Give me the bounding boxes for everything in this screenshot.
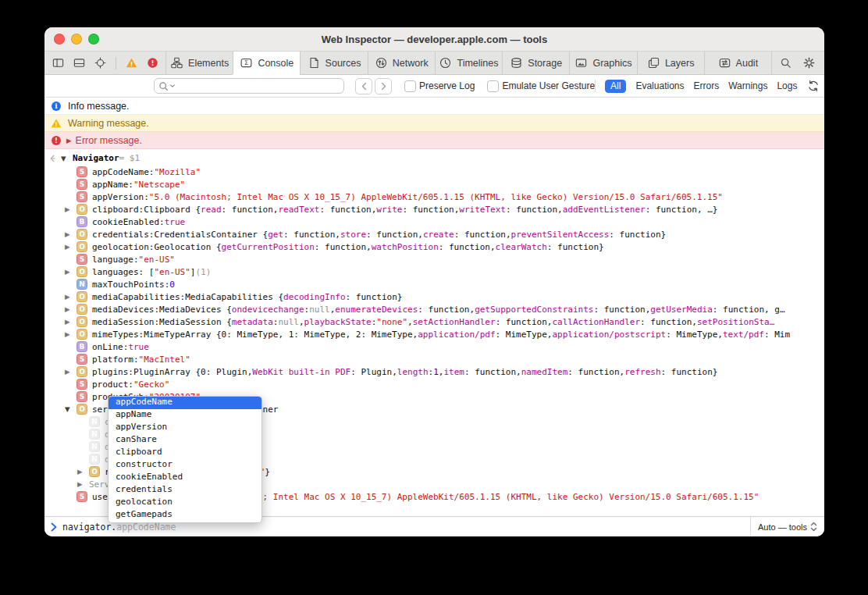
prompt-typed-text[interactable]: navigator. [62,522,116,533]
scope-logs[interactable]: Logs [777,80,797,91]
svg-text:!: ! [130,61,133,68]
autocomplete-item-credentials[interactable]: credentials [108,484,261,497]
warnings-activity-icon[interactable]: ! [125,56,138,69]
tab-timelines[interactable]: Timelines [435,52,502,74]
disclosure-triangle-icon[interactable]: ▶ [65,268,76,276]
token-st: "Netscape" [133,180,185,190]
tree-row-clipboard[interactable]: ▶Oclipboard: Clipboard {read: function, … [44,203,824,216]
tab-storage[interactable]: Storage [502,52,569,74]
execution-context-picker[interactable]: Auto — tools [750,517,824,536]
autocomplete-item-clipboard[interactable]: clipboard [108,447,261,459]
tab-console[interactable]: ΣConsole [233,52,300,74]
tree-row-appversion[interactable]: SappVersion: "5.0 (Macintosh; Intel Mac … [44,191,824,203]
tree-row-maxtouchpoints[interactable]: NmaxTouchPoints: 0 [44,278,824,290]
tree-row-mimetypes[interactable]: ▶OmimeTypes: MimeTypeArray {0: MimeType,… [44,328,824,340]
search-options-chevron-icon[interactable] [169,83,176,89]
checkbox-box[interactable] [487,80,499,92]
token-st: "Gecko" [133,379,169,390]
tab-graphics[interactable]: Graphics [569,52,636,74]
console-message-warning[interactable]: !Warning message. [44,115,824,132]
tree-row-credentials[interactable]: ▶Ocredentials: CredentialsContainer {get… [44,228,824,240]
autocomplete-item-appname[interactable]: appName [108,409,261,422]
search-icon[interactable] [779,56,792,69]
token-pl: MediaCapabilities { [185,292,283,302]
token-pl: MimeTypeArray {0: MimeType, 1: MimeType,… [144,330,418,340]
log-search-input[interactable] [154,78,344,94]
token-gr: (1) [195,267,211,277]
settings-gear-icon[interactable] [802,56,816,69]
token-pl: ] [190,267,196,277]
tree-row-language[interactable]: Slanguage: "en-US" [44,253,824,265]
console-message-info[interactable]: iInfo message. [44,98,824,115]
console-message-error[interactable]: !▶Error message. [44,132,824,149]
tab-audit[interactable]: Audit [704,52,772,74]
tree-row-product[interactable]: Sproduct: "Gecko" [44,378,824,390]
emulate-user-gesture-checkbox[interactable]: Emulate User Gesture [487,80,595,92]
autocomplete-item-canshare[interactable]: canShare [108,434,261,447]
tree-row-mediasession[interactable]: ▶OmediaSession: MediaSession {metadata: … [44,315,824,328]
autocomplete-item-appcodename[interactable]: appCodeName [108,397,261,409]
tree-row-geolocation[interactable]: ▶Ogeolocation: Geolocation {getCurrentPo… [44,240,824,253]
scope-all[interactable]: All [605,80,626,93]
token-pl: : function, [402,205,459,215]
type-badge-s: S [76,191,87,202]
disclosure-triangle-icon[interactable]: ▶ [77,480,89,488]
tree-row-languages[interactable]: ▶Olanguages: ["en-US"] (1) [44,265,824,278]
disclosure-triangle-icon[interactable]: ▶ [65,305,76,313]
titlebar[interactable]: Web Inspector — developer.apple.com — to… [44,27,824,52]
next-result-button[interactable] [375,78,392,94]
disclosure-triangle-icon[interactable]: ▶ [65,230,76,238]
disclosure-triangle-icon[interactable]: ▶ [66,137,72,144]
dock-to-side-icon[interactable] [52,56,65,69]
emulate-user-gesture-label: Emulate User Gesture [502,80,595,91]
minimize-window-button[interactable] [71,34,82,45]
disclosure-triangle-icon[interactable]: ▶ [65,318,76,326]
tree-row-appcodename[interactable]: SappCodeName: "Mozilla" [44,166,824,178]
autocomplete-item-constructor[interactable]: constructor [108,459,261,472]
token-pl: } [265,467,270,477]
autocomplete-item-getgamepads[interactable]: getGamepads [108,509,261,522]
disclosure-triangle-icon[interactable]: ▶ [65,205,76,213]
dock-to-bottom-icon[interactable] [73,56,86,69]
disclosure-triangle-icon[interactable]: ▶ [65,243,76,251]
scope-warnings[interactable]: Warnings [728,80,767,91]
tree-row-mediadevices[interactable]: ▶OmediaDevices: MediaDevices {ondevicech… [44,303,824,315]
token-ky: watchPosition [372,242,439,252]
previous-result-button[interactable] [355,78,372,94]
close-window-button[interactable] [54,34,65,45]
token-pl: : [154,305,159,315]
tree-row-appname[interactable]: SappName: "Netscape" [44,178,824,191]
tab-layers[interactable]: Layers [637,52,704,74]
scope-evaluations[interactable]: Evaluations [635,80,684,91]
disclosure-triangle-icon[interactable]: ▶ [65,293,76,301]
autocomplete-item-geolocation[interactable]: geolocation [108,497,261,509]
tree-row-mediacapabilities[interactable]: ▶OmediaCapabilities: MediaCapabilities {… [44,290,824,303]
preserve-log-checkbox[interactable]: Preserve Log [404,80,475,92]
tree-row-navigator[interactable]: ▼Navigator = $1 [44,151,824,166]
checkbox-box[interactable] [404,80,416,92]
tree-row-plugins[interactable]: ▶Oplugins: PluginArray {0: Plugin, WebKi… [44,365,824,378]
disclosure-triangle-icon[interactable]: ▶ [65,368,76,376]
tree-row-online[interactable]: BonLine: true [44,340,824,353]
disclosure-triangle-icon[interactable]: ▼ [65,405,76,413]
scope-errors[interactable]: Errors [693,80,719,91]
tab-network[interactable]: Network [368,52,435,74]
audit-tab-icon [718,56,731,69]
inspect-element-target-icon[interactable] [94,56,107,69]
tree-row-cookieenabled[interactable]: BcookieEnabled: true [44,216,824,228]
storage-tab-icon [510,56,523,69]
tab-sources[interactable]: Sources [300,52,367,74]
disclosure-triangle-icon[interactable]: ▼ [61,155,73,162]
errors-activity-icon[interactable]: ! [146,56,159,69]
autocomplete-item-cookieenabled[interactable]: cookieEnabled [108,472,261,484]
tab-elements[interactable]: Elements [165,52,233,74]
token-ky: metadata [232,317,273,327]
disclosure-triangle-icon[interactable]: ▶ [77,468,89,476]
graphics-tab-icon [575,56,588,69]
token-ky: read [201,205,222,215]
disclosure-triangle-icon[interactable]: ▶ [65,330,76,338]
tree-row-platform[interactable]: Splatform: "MacIntel" [44,353,824,365]
refresh-icon[interactable] [806,80,820,93]
zoom-window-button[interactable] [88,34,99,45]
autocomplete-item-appversion[interactable]: appVersion [108,422,261,434]
